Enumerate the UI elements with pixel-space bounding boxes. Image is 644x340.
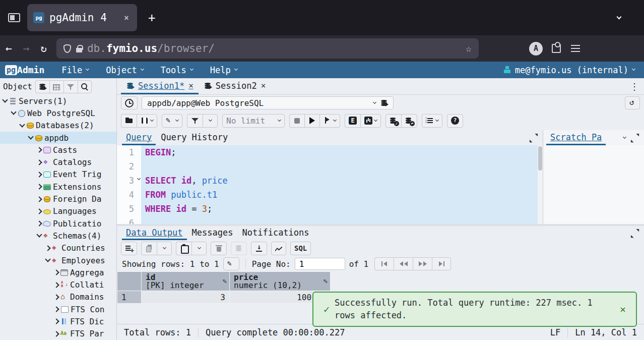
tab-messages[interactable]: Messages bbox=[188, 226, 237, 240]
maximize-icon[interactable] bbox=[530, 134, 538, 142]
column-header-id[interactable]: id[PK] integer✎ bbox=[142, 272, 230, 291]
explain-button[interactable]: E bbox=[345, 114, 360, 128]
menu-tools[interactable]: Tools bbox=[161, 65, 193, 75]
scratch-pad-body[interactable] bbox=[543, 145, 644, 224]
tree-item-fts-con[interactable]: FTS Con bbox=[0, 303, 116, 315]
firefox-view-icon[interactable] bbox=[8, 13, 20, 22]
new-connection-icon[interactable] bbox=[380, 99, 388, 107]
maximize-icon[interactable] bbox=[631, 229, 639, 237]
tree-caret-icon[interactable] bbox=[36, 220, 42, 226]
cancel-query-button[interactable] bbox=[289, 114, 304, 128]
download-results-button[interactable] bbox=[251, 242, 267, 255]
tree-caret-icon[interactable] bbox=[36, 184, 42, 190]
edit-button[interactable] bbox=[162, 114, 182, 128]
open-file-button[interactable] bbox=[121, 114, 137, 128]
search-objects-button[interactable] bbox=[78, 80, 92, 93]
tree-item-domains[interactable]: Domains bbox=[0, 291, 116, 303]
reload-button[interactable]: ↻ bbox=[35, 42, 52, 54]
save-file-button[interactable] bbox=[137, 114, 157, 128]
row-limit-select[interactable]: No limit bbox=[222, 114, 285, 128]
commit-button[interactable] bbox=[385, 114, 401, 128]
tab-notifications[interactable]: Notifications bbox=[238, 226, 313, 240]
execute-button[interactable] bbox=[304, 114, 319, 128]
filter-button[interactable] bbox=[187, 114, 203, 128]
tree-item-catalogs[interactable]: Catalogs bbox=[0, 156, 116, 168]
tree-caret-icon[interactable] bbox=[11, 109, 16, 115]
data-cell[interactable]: 3 bbox=[142, 291, 230, 304]
connection-select[interactable]: appdb/app@Web PostgreSQL bbox=[142, 96, 394, 109]
page-number-input[interactable] bbox=[295, 258, 345, 270]
last-page-button[interactable] bbox=[432, 257, 451, 270]
next-page-button[interactable] bbox=[413, 257, 432, 270]
scrollbar-thumb[interactable] bbox=[538, 146, 542, 171]
first-page-button[interactable] bbox=[374, 257, 394, 270]
menu-hamburger-icon[interactable] bbox=[571, 45, 580, 46]
tree-item-fts-dic[interactable]: FTS Dic bbox=[0, 315, 116, 327]
pgadmin-logo[interactable]: pg Admin bbox=[5, 65, 44, 75]
tree-item-schemas-4-[interactable]: Schemas(4) bbox=[0, 230, 116, 242]
tree-item-databases-2-[interactable]: Databases(2) bbox=[0, 120, 116, 132]
tree-caret-icon[interactable] bbox=[19, 122, 25, 127]
tree-item-countries[interactable]: Countries bbox=[0, 242, 116, 254]
grid-corner-cell[interactable] bbox=[117, 272, 142, 291]
menu-object[interactable]: Object bbox=[106, 65, 143, 75]
prev-page-button[interactable] bbox=[394, 257, 413, 270]
tree-item-fts-par[interactable]: FTS Par bbox=[0, 328, 116, 340]
query-history-clock-button[interactable] bbox=[121, 96, 138, 109]
tree-item-collati[interactable]: Collati bbox=[0, 278, 116, 291]
tree-caret-icon[interactable] bbox=[36, 147, 42, 153]
tree-item-foreign-da[interactable]: Foreign Da bbox=[0, 193, 116, 205]
filter-options-button[interactable] bbox=[203, 114, 218, 128]
account-icon[interactable]: A bbox=[529, 42, 543, 55]
row-number-cell[interactable]: 1 bbox=[117, 291, 142, 304]
new-tab-button[interactable]: + bbox=[145, 11, 158, 25]
sql-editor[interactable]: 123456 BEGIN;SELECT id, priceFROM public… bbox=[117, 145, 543, 224]
cursor-position[interactable]: Ln 14, Col 1 bbox=[575, 327, 637, 337]
tree-item-extensions[interactable]: Extensions bbox=[0, 181, 116, 193]
edit-range-button[interactable] bbox=[223, 257, 239, 270]
pencil-icon[interactable]: ✎ bbox=[324, 277, 328, 285]
pencil-icon[interactable]: ✎ bbox=[223, 277, 227, 285]
menu-help[interactable]: Help bbox=[210, 65, 237, 75]
maximize-icon[interactable] bbox=[631, 134, 639, 142]
tree-item-employees[interactable]: Employees bbox=[0, 254, 116, 266]
tree-item-appdb[interactable]: appdb bbox=[0, 132, 116, 144]
paste-button[interactable] bbox=[176, 242, 191, 255]
macros-button[interactable] bbox=[422, 114, 442, 128]
tree-caret-icon[interactable] bbox=[28, 134, 33, 139]
save-data-button[interactable] bbox=[231, 242, 247, 255]
forward-button[interactable]: → bbox=[18, 42, 35, 54]
tree-item-publicatio[interactable]: Publicatio bbox=[0, 217, 116, 230]
tree-item-languages[interactable]: Languages bbox=[0, 205, 116, 217]
tree-caret-icon[interactable] bbox=[53, 294, 59, 300]
tab-data-output[interactable]: Data Output bbox=[122, 226, 187, 240]
https-lock-icon[interactable] bbox=[76, 48, 82, 52]
view-data-button[interactable] bbox=[49, 80, 63, 93]
tab-session1[interactable]: Session1* × bbox=[121, 78, 199, 94]
help-button[interactable]: ? bbox=[447, 114, 463, 128]
copy-options-button[interactable] bbox=[157, 242, 172, 255]
fold-chevron-icon[interactable] bbox=[137, 177, 141, 180]
tree-caret-icon[interactable] bbox=[53, 319, 59, 324]
tree-item-servers-1-[interactable]: Servers(1) bbox=[0, 95, 116, 107]
browser-tab[interactable]: pg pgAdmin 4 × bbox=[27, 4, 137, 31]
close-icon[interactable]: × bbox=[188, 81, 194, 90]
rollback-button[interactable] bbox=[401, 114, 417, 128]
tab-query[interactable]: Query bbox=[122, 130, 156, 145]
tree-item-aggrega[interactable]: Aggrega bbox=[0, 266, 116, 278]
tree-caret-icon[interactable] bbox=[36, 172, 42, 177]
extensions-icon[interactable] bbox=[552, 44, 561, 53]
chevron-down-icon[interactable] bbox=[623, 135, 626, 138]
eol-indicator[interactable]: LF bbox=[550, 327, 560, 337]
execute-options-button[interactable] bbox=[319, 114, 340, 128]
tree-caret-icon[interactable] bbox=[36, 196, 42, 202]
tree-caret-icon[interactable] bbox=[36, 159, 42, 165]
explain-analyze-button[interactable] bbox=[360, 114, 381, 128]
tree-caret-icon[interactable] bbox=[36, 208, 42, 214]
tab-query-history[interactable]: Query History bbox=[157, 130, 232, 145]
show-sql-button[interactable]: SQL bbox=[290, 242, 311, 255]
tab-session2[interactable]: Session2 × bbox=[199, 78, 271, 94]
tab-close-icon[interactable]: × bbox=[122, 12, 131, 24]
close-icon[interactable]: × bbox=[261, 81, 266, 90]
filtered-rows-button[interactable] bbox=[63, 80, 78, 93]
